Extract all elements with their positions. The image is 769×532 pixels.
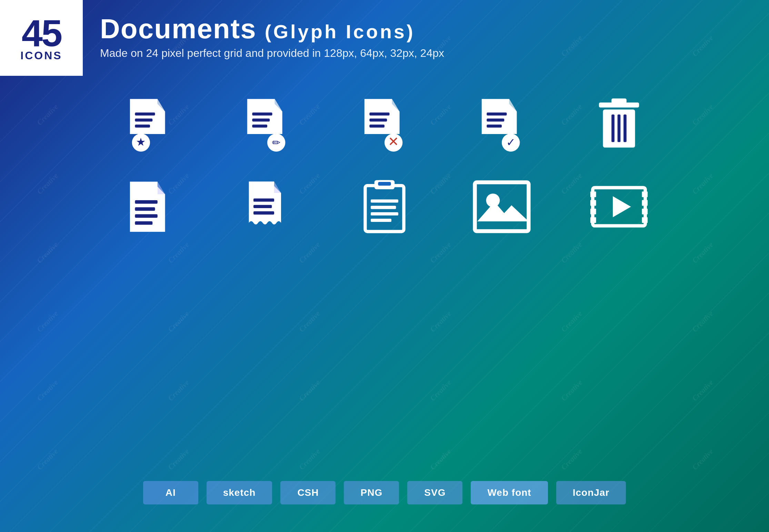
svg-rect-7 bbox=[252, 124, 267, 127]
badge-label: ICONS bbox=[20, 49, 62, 62]
svg-rect-23 bbox=[611, 114, 615, 142]
svg-text:✓: ✓ bbox=[506, 136, 516, 149]
svg-rect-48 bbox=[590, 217, 596, 223]
svg-rect-1 bbox=[135, 119, 152, 122]
svg-rect-24 bbox=[618, 114, 621, 142]
format-csh[interactable]: CSH bbox=[280, 481, 336, 504]
svg-rect-6 bbox=[252, 119, 270, 122]
format-sketch[interactable]: sketch bbox=[207, 481, 272, 504]
svg-rect-21 bbox=[611, 99, 627, 104]
icons-row-2 bbox=[119, 176, 650, 238]
format-webfont[interactable]: Web font bbox=[471, 481, 548, 504]
badge-number: 45 bbox=[22, 14, 61, 52]
title-main: Documents bbox=[100, 13, 265, 44]
document-delete-icon: ✕ bbox=[353, 93, 416, 155]
svg-rect-17 bbox=[487, 124, 502, 127]
svg-rect-15 bbox=[487, 113, 507, 116]
clipboard-icon bbox=[353, 176, 416, 238]
watermark-overlay: Creative Creative Creative Creative Crea… bbox=[0, 0, 769, 532]
format-ai[interactable]: AI bbox=[143, 481, 198, 504]
image-icon bbox=[471, 176, 533, 238]
svg-rect-52 bbox=[642, 217, 648, 223]
icons-row-1: ★ ✏ bbox=[119, 93, 650, 155]
svg-text:✕: ✕ bbox=[388, 134, 399, 149]
header-subtitle: Made on 24 pixel perfect grid and provid… bbox=[100, 47, 444, 60]
svg-rect-45 bbox=[590, 192, 596, 197]
trash-icon bbox=[588, 93, 650, 155]
icons-container: ★ ✏ bbox=[0, 93, 769, 238]
svg-text:✏: ✏ bbox=[272, 137, 280, 148]
icon-count-badge: 45 ICONS bbox=[0, 0, 83, 76]
format-svg[interactable]: SVG bbox=[407, 481, 462, 504]
video-icon bbox=[588, 176, 650, 238]
svg-rect-2 bbox=[135, 124, 150, 127]
svg-rect-32 bbox=[253, 211, 274, 214]
svg-rect-0 bbox=[135, 113, 155, 116]
svg-rect-47 bbox=[590, 209, 596, 215]
document-edit-icon: ✏ bbox=[236, 93, 298, 155]
svg-rect-49 bbox=[642, 192, 648, 197]
svg-rect-38 bbox=[371, 200, 398, 203]
watermark-layer bbox=[0, 0, 769, 532]
svg-rect-11 bbox=[369, 119, 387, 122]
svg-rect-46 bbox=[590, 200, 596, 206]
format-png[interactable]: PNG bbox=[344, 481, 399, 504]
format-bar: AI sketch CSH PNG SVG Web font IconJar bbox=[0, 481, 769, 504]
svg-rect-42 bbox=[475, 182, 529, 231]
svg-rect-40 bbox=[371, 212, 398, 215]
header-title: Documents (Glyph Icons) bbox=[100, 14, 444, 44]
svg-rect-50 bbox=[642, 200, 648, 206]
document-star-icon: ★ bbox=[119, 93, 181, 155]
svg-rect-41 bbox=[371, 219, 391, 222]
svg-rect-31 bbox=[253, 205, 272, 208]
document-receipt-icon bbox=[236, 176, 298, 238]
svg-rect-28 bbox=[135, 214, 157, 218]
svg-rect-27 bbox=[135, 207, 155, 211]
svg-text:★: ★ bbox=[136, 136, 146, 148]
svg-rect-12 bbox=[369, 124, 384, 127]
svg-rect-26 bbox=[135, 200, 157, 204]
svg-rect-29 bbox=[135, 221, 152, 225]
svg-rect-37 bbox=[378, 182, 391, 186]
svg-rect-10 bbox=[369, 113, 389, 116]
header-section: Documents (Glyph Icons) Made on 24 pixel… bbox=[100, 14, 444, 60]
svg-rect-5 bbox=[252, 113, 272, 116]
svg-rect-16 bbox=[487, 119, 504, 122]
document-check-icon: ✓ bbox=[471, 93, 533, 155]
svg-rect-25 bbox=[623, 114, 627, 142]
background: Creative Creative Creative Creative Crea… bbox=[0, 0, 769, 532]
format-iconjar[interactable]: IconJar bbox=[556, 481, 626, 504]
svg-rect-30 bbox=[253, 198, 274, 202]
svg-rect-51 bbox=[642, 209, 648, 215]
document-plain-icon bbox=[119, 176, 181, 238]
title-parens: (Glyph Icons) bbox=[265, 21, 415, 42]
svg-rect-39 bbox=[371, 206, 396, 209]
